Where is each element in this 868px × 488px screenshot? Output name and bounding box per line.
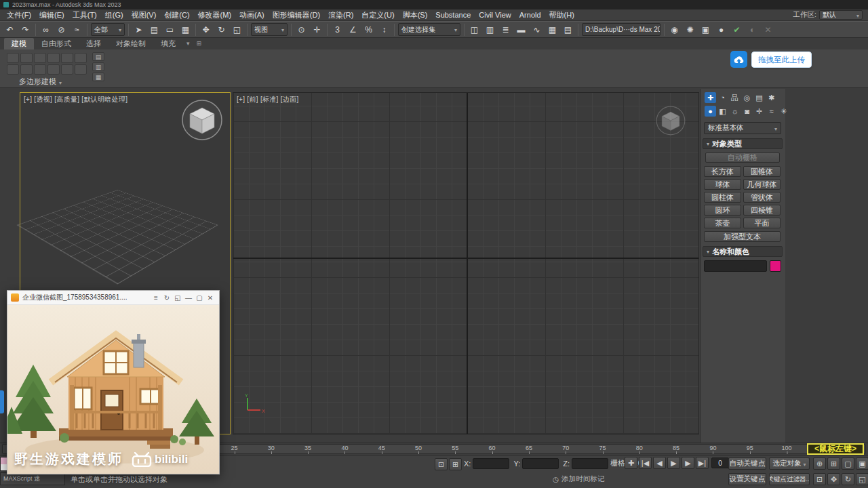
edge-taskbar-tab[interactable]: [0, 390, 4, 413]
ribbon-side-button[interactable]: ▤: [92, 52, 104, 61]
set-key-button[interactable]: 设置关键点: [728, 473, 766, 485]
object-color-swatch[interactable]: [770, 260, 781, 272]
menu-item[interactable]: 文件(F): [3, 9, 35, 20]
ribbon-tab[interactable]: 建模: [4, 38, 34, 49]
menu-item[interactable]: 渲染(R): [324, 9, 357, 20]
ribbon-side-button[interactable]: ▥: [92, 62, 104, 71]
menu-item[interactable]: 组(G): [101, 9, 127, 20]
autogrid-button[interactable]: 自动栅格: [705, 152, 780, 163]
ribbon-tool-slot[interactable]: [47, 64, 60, 75]
bind-to-space-warp-icon[interactable]: ≈: [70, 23, 84, 37]
menu-item[interactable]: Civil View: [475, 9, 515, 20]
go-to-end-button[interactable]: ▶|: [696, 457, 709, 469]
ribbon-tool-slot[interactable]: [20, 64, 33, 75]
reference-coordinate-dropdown[interactable]: 视图: [251, 23, 288, 36]
object-type-button[interactable]: 几何球体: [743, 179, 781, 190]
zoom-region-icon[interactable]: ⊡: [813, 473, 826, 485]
workspace-selector[interactable]: 工作区: 默认: [793, 10, 868, 20]
render-production-icon[interactable]: ●: [714, 23, 728, 37]
selection-filter-dropdown[interactable]: 全部: [91, 23, 125, 36]
ribbon-collapse-icon[interactable]: ▾: [183, 38, 193, 49]
go-to-start-button[interactable]: |◀: [639, 457, 652, 469]
project-folder-dropdown[interactable]: D:\Backup\D···ds Max 2023: [582, 23, 660, 36]
dope-sheet-icon[interactable]: ▦: [545, 23, 559, 37]
key-filters-button[interactable]: 关键点过滤器...: [769, 473, 810, 485]
geometry-category-icon[interactable]: ●: [705, 106, 716, 117]
cameras-category-icon[interactable]: ◙: [741, 106, 753, 117]
rendered-frame-window-icon[interactable]: ▣: [698, 23, 713, 37]
material-editor-icon[interactable]: ◉: [667, 23, 682, 37]
select-object-icon[interactable]: ➤: [132, 23, 146, 37]
lights-category-icon[interactable]: ☼: [729, 106, 741, 117]
y-coordinate-field[interactable]: [522, 458, 559, 469]
ribbon-tool-slot[interactable]: [47, 53, 60, 63]
z-coordinate-field[interactable]: [572, 458, 608, 469]
object-type-button[interactable]: 圆环: [704, 205, 741, 216]
set-keys-button[interactable]: ✚: [625, 457, 637, 469]
refresh-icon[interactable]: ↻: [161, 292, 172, 303]
play-button[interactable]: ▶: [667, 457, 680, 469]
systems-category-icon[interactable]: ✳: [778, 106, 789, 117]
shapes-category-icon[interactable]: ◧: [717, 106, 728, 117]
modify-tab-icon[interactable]: ◔: [717, 92, 728, 103]
pan-icon[interactable]: ✥: [827, 473, 840, 485]
menu-item[interactable]: 工具(T): [68, 9, 101, 20]
selection-lock-icon[interactable]: ⊡: [435, 458, 448, 470]
ribbon-tool-slot[interactable]: [7, 53, 19, 63]
redo-icon[interactable]: ↷: [18, 23, 33, 37]
create-tab-icon[interactable]: ✚: [705, 92, 716, 103]
menu-item[interactable]: 动画(A): [235, 9, 269, 20]
select-and-rotate-icon[interactable]: ↻: [214, 23, 229, 37]
angle-snap-icon[interactable]: ∠: [346, 23, 360, 37]
object-type-button[interactable]: 长方体: [704, 166, 741, 177]
ribbon-tool-slot[interactable]: [75, 64, 87, 75]
zoom-extents-icon[interactable]: ▢: [842, 458, 854, 470]
object-type-button[interactable]: 圆柱体: [704, 192, 741, 203]
motion-tab-icon[interactable]: ◎: [741, 92, 753, 103]
layer-manager-icon[interactable]: ≣: [498, 23, 513, 37]
object-type-button[interactable]: 茶壶: [704, 218, 741, 228]
absolute-mode-icon[interactable]: ⊞: [449, 458, 462, 470]
object-type-button[interactable]: 平面: [743, 218, 781, 228]
select-by-name-icon[interactable]: ▤: [147, 23, 161, 37]
space-warps-category-icon[interactable]: ≈: [766, 106, 777, 117]
ribbon-tab[interactable]: 选择: [79, 38, 108, 49]
reference-image-window[interactable]: 企业微信截图_17589534358961.... ≡↻◱—▢✕: [7, 290, 220, 474]
select-and-scale-icon[interactable]: ◱: [230, 23, 244, 37]
object-name-input[interactable]: [704, 260, 767, 272]
menu-item[interactable]: 视图(V): [127, 9, 161, 20]
object-type-button[interactable]: 管状体: [743, 192, 781, 203]
select-and-manipulate-icon[interactable]: ✛: [310, 23, 324, 37]
close-button[interactable]: ✕: [205, 292, 216, 303]
auto-key-button[interactable]: 自动关键点: [728, 458, 766, 470]
object-type-rollout-header[interactable]: 对象类型: [703, 138, 783, 149]
ribbon-panel-label[interactable]: 多边形建模: [19, 77, 62, 87]
ribbon-tab[interactable]: 填充: [153, 38, 183, 49]
ribbon-tool-slot[interactable]: [20, 53, 33, 63]
named-selection-set-dropdown[interactable]: 创建选择集: [398, 23, 460, 36]
menu-item[interactable]: 修改器(M): [194, 9, 236, 20]
select-and-move-icon[interactable]: ✥: [199, 23, 213, 37]
render-check-icon[interactable]: ✔: [730, 23, 744, 37]
menu-item[interactable]: 自定义(U): [357, 9, 398, 20]
menu-item[interactable]: Arnold: [515, 9, 545, 20]
ribbon-side-button[interactable]: ▦: [92, 73, 104, 81]
object-type-button[interactable]: 球体: [704, 179, 741, 190]
menu-item[interactable]: Substance: [431, 9, 475, 20]
select-and-link-icon[interactable]: ∞: [39, 23, 53, 37]
mirror-icon[interactable]: ◫: [467, 23, 481, 37]
next-frame-button[interactable]: ▶: [682, 457, 694, 469]
current-frame-field[interactable]: 0: [711, 458, 729, 468]
zoom-all-icon[interactable]: ⊞: [827, 458, 840, 470]
ribbon-tool-slot[interactable]: [34, 53, 46, 63]
ribbon-config-icon[interactable]: ⊞: [193, 38, 205, 49]
viewport-perspective-label[interactable]: [+] [透视] [高质量] [默认明暗处理]: [24, 95, 127, 104]
ribbon-tab[interactable]: 对象绘制: [108, 38, 153, 49]
x-coordinate-field[interactable]: [473, 458, 509, 469]
viewcube-small[interactable]: [655, 105, 686, 139]
render-setup-icon[interactable]: ✺: [683, 23, 697, 37]
menu-item[interactable]: 脚本(S): [399, 9, 432, 20]
object-type-button[interactable]: 圆锥体: [743, 166, 781, 177]
unlink-selection-icon[interactable]: ⊘: [54, 23, 68, 37]
menu-item[interactable]: 图形编辑器(D): [269, 9, 324, 20]
